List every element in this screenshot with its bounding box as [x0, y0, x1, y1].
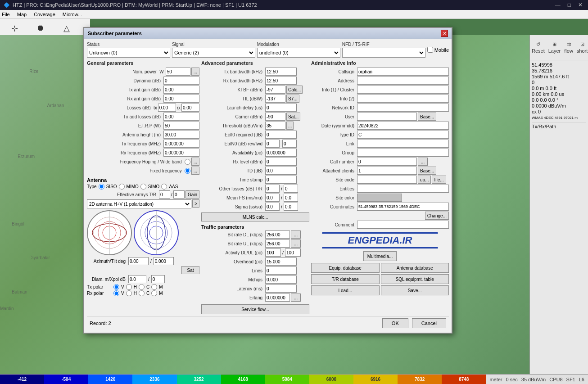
callsign-input[interactable] — [357, 68, 449, 76]
lines-input[interactable] — [265, 267, 297, 275]
mean-fs-val1[interactable] — [265, 194, 280, 202]
bit-dl-input[interactable] — [265, 230, 290, 239]
diam-input[interactable] — [128, 275, 146, 283]
td-input[interactable] — [265, 167, 297, 175]
short-btn[interactable]: ⊡ short — [575, 35, 588, 60]
modulation-select[interactable]: undefined (0) — [257, 48, 340, 58]
link-input[interactable] — [357, 140, 449, 148]
freq-hopping-btn[interactable]: ... — [191, 158, 199, 166]
eff-t-input[interactable] — [159, 190, 170, 199]
mimo-radio[interactable] — [119, 184, 125, 190]
dialog-close-btn[interactable]: ✕ — [441, 30, 448, 37]
menu-file[interactable]: File — [2, 12, 10, 17]
timestamp-input[interactable] — [265, 176, 297, 184]
ant-arrow-btn[interactable]: > — [192, 199, 199, 208]
bit-dl-btn[interactable]: ... — [291, 230, 301, 239]
change-btn[interactable]: Change... — [425, 212, 449, 220]
nom-power-input[interactable] — [166, 68, 190, 76]
threshold-btn[interactable]: ... — [286, 122, 294, 130]
activity-dl[interactable] — [265, 248, 281, 257]
site-code-up-btn[interactable]: up... — [418, 176, 431, 184]
threshold-input[interactable] — [265, 122, 285, 130]
info1-input[interactable] — [357, 86, 449, 94]
load-btn[interactable]: Load... — [311, 285, 380, 295]
layer-btn[interactable]: ⊞ Layer — [547, 35, 563, 60]
eb-no-val1[interactable] — [265, 140, 280, 148]
ant-height-input[interactable] — [163, 131, 199, 139]
ok-btn[interactable]: OK — [382, 318, 408, 328]
minimize-btn[interactable]: — — [553, 2, 562, 8]
rx-freq-input[interactable] — [163, 149, 199, 157]
sql-equip-btn[interactable]: SQL equipmt. table — [381, 274, 449, 284]
tx-h-radio[interactable] — [126, 284, 132, 290]
tx-bw-input[interactable] — [265, 68, 297, 76]
rx-m-radio[interactable] — [151, 290, 157, 296]
attached-input[interactable] — [357, 167, 417, 175]
comment-input[interactable] — [357, 221, 449, 229]
mlns-btn[interactable]: MLNS calc... — [201, 212, 309, 221]
eff-r-input[interactable] — [173, 190, 185, 199]
tilt-input[interactable] — [154, 257, 174, 265]
site-color-box[interactable] — [357, 194, 402, 202]
erlang-btn[interactable]: ... — [291, 294, 301, 302]
mobile-checkbox[interactable] — [427, 47, 433, 53]
eirp-input[interactable] — [163, 122, 199, 130]
mchips-input[interactable] — [265, 276, 297, 284]
call-number-btn[interactable]: ... — [418, 158, 428, 166]
ktbf-input[interactable] — [265, 86, 285, 94]
rx-level-input[interactable] — [265, 158, 297, 166]
info2-input[interactable] — [357, 95, 449, 103]
group-input[interactable] — [357, 149, 449, 157]
antenna-db-btn[interactable]: Antenna database — [381, 263, 449, 273]
az-input[interactable] — [128, 257, 149, 265]
menu-coverage[interactable]: Coverage — [34, 12, 55, 17]
simo-radio[interactable] — [140, 184, 146, 190]
siso-radio[interactable] — [99, 184, 104, 190]
freq-hopping-radio[interactable] — [185, 159, 190, 165]
gain-btn[interactable]: Gain — [185, 190, 199, 199]
activity-ul[interactable] — [285, 248, 301, 257]
nom-power-btn[interactable]: ... — [191, 68, 199, 76]
close-btn[interactable]: ✕ — [576, 2, 584, 8]
erlang-input[interactable] — [265, 294, 290, 302]
rx-ant-input[interactable] — [163, 95, 199, 103]
ktbf-btn[interactable]: Calc... — [286, 86, 303, 94]
launch-delay-input[interactable] — [265, 104, 297, 112]
address-input[interactable] — [357, 77, 449, 85]
tx-add-losses-input[interactable] — [163, 113, 199, 121]
coordinates-input[interactable] — [357, 203, 449, 211]
overhead-input[interactable] — [265, 258, 297, 266]
til-btn[interactable]: S7... — [286, 95, 299, 103]
rx-c-radio[interactable] — [139, 290, 145, 296]
equip-db-btn[interactable]: Equip. database — [311, 263, 380, 273]
site-code-input[interactable] — [357, 176, 417, 184]
service-flow-btn[interactable]: Service flow... — [201, 304, 309, 314]
sigma-val2[interactable] — [284, 203, 298, 211]
tx-v-radio[interactable] — [113, 284, 119, 290]
dynamic-input[interactable] — [163, 77, 199, 85]
tx-ant-input[interactable] — [163, 86, 199, 94]
tx-freq-input[interactable] — [163, 140, 199, 148]
tx-c-radio[interactable] — [139, 284, 145, 290]
other-losses-val1[interactable] — [265, 185, 280, 193]
ec-io-input[interactable] — [265, 131, 297, 139]
call-number-input[interactable] — [357, 158, 417, 166]
carrier-input[interactable] — [265, 113, 285, 121]
carrier-btn[interactable]: Sat... — [286, 113, 300, 121]
til-input[interactable] — [265, 95, 285, 103]
reset-btn[interactable]: ↺ Reset — [530, 35, 547, 60]
signal-select[interactable]: Generic (2) — [172, 48, 255, 58]
eb-no-val2[interactable] — [282, 140, 297, 148]
date-input[interactable] — [357, 122, 449, 130]
user-base-btn[interactable]: Base... — [418, 113, 436, 121]
bit-ul-input[interactable] — [265, 239, 290, 248]
xpol-input[interactable] — [151, 275, 165, 283]
nfd-select[interactable] — [342, 48, 425, 58]
aas-radio[interactable] — [161, 184, 167, 190]
latency-input[interactable] — [265, 285, 297, 293]
network-id-input[interactable] — [357, 104, 449, 112]
flow-btn[interactable]: ⇉ flow — [562, 35, 575, 60]
bit-ul-btn[interactable]: ... — [291, 239, 301, 248]
other-losses-val2[interactable] — [284, 185, 298, 193]
sat-btn[interactable]: Sat — [181, 266, 199, 274]
